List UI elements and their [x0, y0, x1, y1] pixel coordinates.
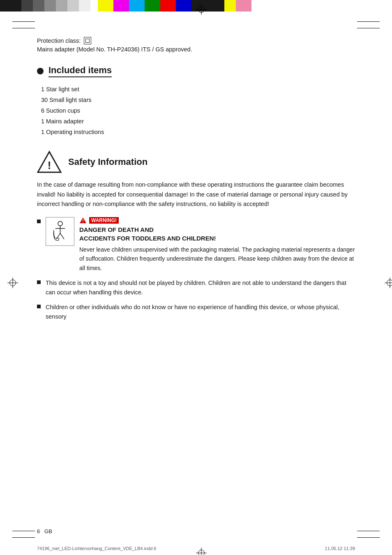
trim-line — [357, 531, 380, 531]
footer-file-info: 6 GB — [37, 528, 52, 534]
bullet-item-1: This device is not a toy and should not … — [37, 278, 355, 297]
square-bullet-icon — [37, 305, 41, 308]
file-name-label: 74196_mel_LED-Lichtervorhang_Content_VDE… — [37, 546, 156, 551]
date-time-label: 11.05.12 11:39 — [325, 546, 355, 551]
safety-section: ! Safety Information In the case of dama… — [37, 150, 355, 321]
list-item: 30 Small light stars — [41, 95, 355, 105]
svg-point-2 — [58, 221, 62, 226]
bullet-circle-icon — [37, 68, 44, 74]
trim-line — [12, 531, 35, 531]
protection-class-line: Protection class: — [37, 37, 355, 44]
mains-adapter-line: Mains adapter (Model No. TH-P24036) ITS … — [37, 46, 355, 53]
svg-line-6 — [60, 233, 64, 239]
safety-header: ! Safety Information — [37, 150, 355, 174]
items-list: 1 Star light set 30 Small light stars 6 … — [41, 84, 355, 137]
warning-block-main: ! WARNING! DANGER OF DEATH AND ACCIDENTS… — [37, 217, 355, 273]
bullet-item-2: Children or other individuals who do not… — [37, 303, 355, 321]
warning-heading1: DANGER OF DEATH AND ACCIDENTS FOR TODDLE… — [79, 225, 355, 243]
list-item: 1 Star light set — [41, 84, 355, 95]
protection-class-icon — [84, 37, 91, 44]
square-bullet-icon — [37, 220, 41, 223]
trim-line — [357, 21, 380, 22]
warning-triangle-large-icon: ! — [37, 150, 62, 174]
warning-text-packaging: Never leave children unsupervised with t… — [79, 245, 355, 273]
child-icon — [49, 220, 71, 243]
trim-line — [357, 537, 380, 538]
list-item: 1 Mains adapter — [41, 116, 355, 127]
list-item: 1 Operating instructions — [41, 127, 355, 137]
safety-intro-text: In the case of damage resulting from non… — [37, 180, 355, 209]
svg-text:!: ! — [48, 159, 51, 171]
safety-title: Safety Information — [68, 157, 148, 167]
warning-title-line: ! WARNING! — [79, 217, 355, 224]
footer: 6 GB — [37, 528, 355, 534]
included-items-title: Included items — [48, 65, 112, 77]
included-items-header: Included items — [37, 65, 355, 77]
main-content: Protection class: Mains adapter (Model N… — [37, 37, 355, 522]
bullet-text-2: Children or other individuals who do not… — [46, 303, 355, 321]
child-danger-icon-box — [46, 217, 74, 246]
list-item: 6 Suction cups — [41, 105, 355, 116]
trim-line — [12, 537, 35, 538]
trim-line — [12, 21, 35, 22]
warning-a-icon: ! — [79, 217, 87, 224]
trim-line — [12, 28, 35, 28]
warning-badge: WARNING! — [89, 217, 119, 224]
included-items-section: Included items 1 Star light set 30 Small… — [37, 65, 355, 137]
bullet-text-1: This device is not a toy and should not … — [46, 278, 355, 297]
square-bullet-icon — [37, 280, 41, 284]
protection-class-label: Protection class: — [37, 37, 81, 44]
warning-content: ! WARNING! DANGER OF DEATH AND ACCIDENTS… — [79, 217, 355, 273]
svg-text:!: ! — [82, 219, 83, 223]
trim-line — [357, 28, 380, 28]
bottom-file-line: 74196_mel_LED-Lichtervorhang_Content_VDE… — [37, 546, 355, 551]
